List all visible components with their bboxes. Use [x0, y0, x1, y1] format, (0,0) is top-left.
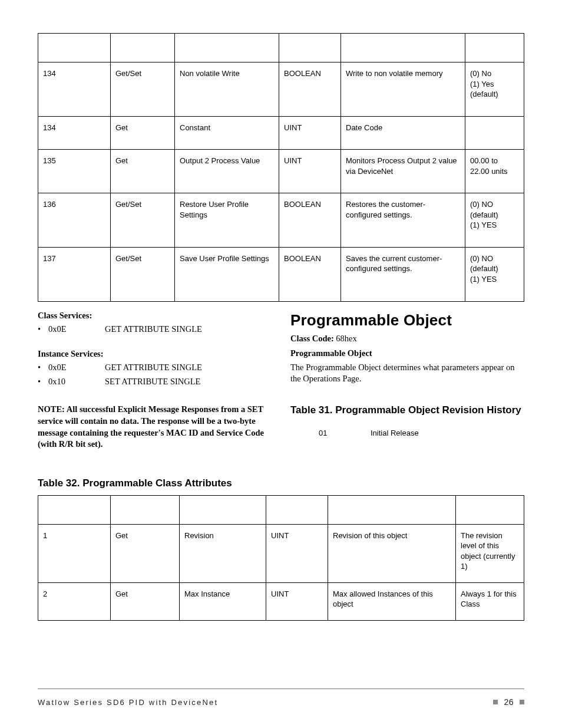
service-name: GET ATTRIBUTE SINGLE — [105, 324, 202, 335]
service-code: 0x10 — [48, 376, 105, 388]
attr-type: BOOLEAN — [279, 62, 341, 117]
attr-id: 136 — [38, 193, 111, 248]
service-item: • 0x0E GET ATTRIBUTE SINGLE — [38, 324, 272, 335]
attr-name: Non volatile Write — [175, 62, 279, 117]
attr-desc: Date Code — [341, 116, 465, 150]
programmable-object-heading: Programmable Object — [290, 310, 524, 331]
attr-desc: Restores the customer-configured setting… — [341, 193, 465, 248]
attr-id: 135 — [38, 150, 111, 193]
table-header-row — [38, 495, 524, 524]
attr-id: 2 — [38, 582, 111, 620]
attr-type: UINT — [279, 116, 341, 150]
attr-name: Constant — [175, 116, 279, 150]
table-row: 1 Get Revision UINT Revision of this obj… — [38, 524, 524, 582]
attr-access: Get — [111, 582, 180, 620]
attr-desc: Write to non volatile memory — [341, 62, 465, 117]
footer-title: Watlow Series SD6 PID with DeviceNet — [38, 698, 218, 707]
attr-name: Max Instance — [180, 582, 266, 620]
attr-range: (0) NO (default) (1) YES — [465, 193, 524, 248]
attr-access: Get — [111, 524, 180, 582]
service-name: GET ATTRIBUTE SINGLE — [105, 362, 202, 374]
table-row: 134 Get/Set Non volatile Write BOOLEAN W… — [38, 62, 524, 117]
class-attributes-table: 1 Get Revision UINT Revision of this obj… — [38, 495, 524, 621]
revision-code: 01 — [319, 428, 371, 439]
attr-range: Always 1 for this Class — [456, 582, 524, 620]
attr-type: BOOLEAN — [279, 247, 341, 301]
table32-title: Table 32. Programmable Class Attributes — [38, 477, 524, 489]
square-icon — [493, 700, 498, 704]
class-code-label: Class Code: — [290, 334, 334, 343]
attr-type: UINT — [266, 582, 328, 620]
revision-text: Initial Release — [371, 428, 419, 439]
attr-range — [465, 116, 524, 150]
programmable-object-desc: The Programmable Object determines what … — [290, 362, 524, 385]
attr-desc: Saves the current customer-configured se… — [341, 247, 465, 301]
attr-id: 137 — [38, 247, 111, 301]
bullet-icon: • — [38, 376, 48, 388]
attr-id: 134 — [38, 116, 111, 150]
table-header-row — [38, 34, 524, 62]
table-row: 137 Get/Set Save User Profile Settings B… — [38, 247, 524, 301]
class-services-heading: Class Services: — [38, 310, 272, 322]
attr-desc: Revision of this object — [328, 524, 456, 582]
attr-access: Get — [111, 150, 175, 193]
programmable-object-subheading: Programmable Object — [290, 348, 524, 360]
attr-id: 134 — [38, 62, 111, 117]
attr-access: Get/Set — [111, 247, 175, 301]
table31-title: Table 31. Programmable Object Revision H… — [290, 404, 524, 417]
attr-name: Revision — [180, 524, 266, 582]
attr-name: Restore User Profile Settings — [175, 193, 279, 248]
note-text: NOTE: All successful Explicit Message Re… — [38, 404, 272, 450]
table-row: 136 Get/Set Restore User Profile Setting… — [38, 193, 524, 248]
attr-range: The revision level of this object (curre… — [456, 524, 524, 582]
bullet-icon: • — [38, 324, 48, 335]
service-name: SET ATTRIBUTE SINGLE — [105, 376, 200, 388]
attr-desc: Max allowed Instances of this object — [328, 582, 456, 620]
attr-access: Get/Set — [111, 62, 175, 117]
instance-services-heading: Instance Services: — [38, 348, 272, 360]
attr-desc: Monitors Process Output 2 value via Devi… — [341, 150, 465, 193]
table-row: 135 Get Output 2 Process Value UINT Moni… — [38, 150, 524, 193]
service-item: • 0x0E GET ATTRIBUTE SINGLE — [38, 362, 272, 374]
class-code-value: 68hex — [334, 334, 357, 343]
attr-name: Save User Profile Settings — [175, 247, 279, 301]
table-row: 2 Get Max Instance UINT Max allowed Inst… — [38, 582, 524, 620]
attr-range: (0) NO (default) (1) YES — [465, 247, 524, 301]
square-icon — [520, 700, 524, 704]
table-row: 134 Get Constant UINT Date Code — [38, 116, 524, 150]
attr-name: Output 2 Process Value — [175, 150, 279, 193]
service-code: 0x0E — [48, 362, 105, 374]
attr-type: UINT — [279, 150, 341, 193]
attr-id: 1 — [38, 524, 111, 582]
page-footer: Watlow Series SD6 PID with DeviceNet 26 — [38, 689, 524, 707]
page-number: 26 — [504, 697, 514, 707]
attr-range: 00.00 to 22.00 units — [465, 150, 524, 193]
attr-access: Get — [111, 116, 175, 150]
service-item: • 0x10 SET ATTRIBUTE SINGLE — [38, 376, 272, 388]
bullet-icon: • — [38, 362, 48, 374]
class-code-line: Class Code: 68hex — [290, 333, 524, 345]
attr-range: (0) No (1) Yes (default) — [465, 62, 524, 117]
service-code: 0x0E — [48, 324, 105, 335]
revision-row: 01 Initial Release — [319, 428, 524, 439]
attribute-table-top: 134 Get/Set Non volatile Write BOOLEAN W… — [38, 33, 524, 302]
attr-type: UINT — [266, 524, 328, 582]
attr-access: Get/Set — [111, 193, 175, 248]
attr-type: BOOLEAN — [279, 193, 341, 248]
